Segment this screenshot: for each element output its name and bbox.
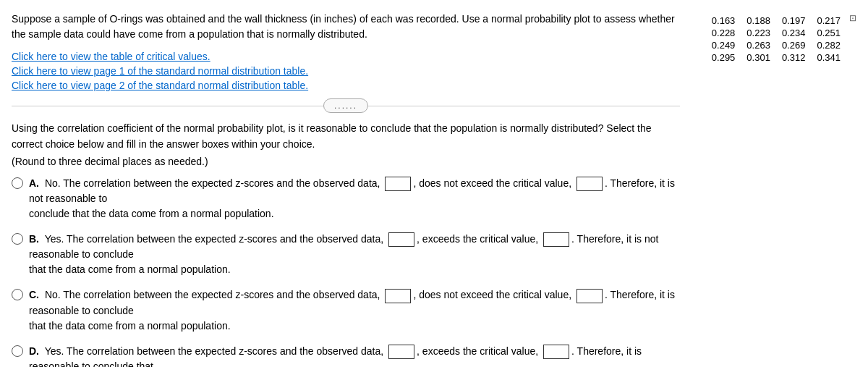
choice-a-text1: No. The correlation between the expected… [45,177,380,189]
choice-b-text1: Yes. The correlation between the expecte… [45,233,384,245]
choice-c-between: does not exceed the critical value, [419,289,571,300]
choice-row-a: A. No. The correlation between the expec… [12,176,680,222]
choice-b-input2[interactable] [543,232,569,247]
choice-c-input2[interactable] [576,289,603,303]
table-row: 0.2950.3010.3120.341 [706,51,846,64]
question-main-text: Using the correlation coefficient of the… [12,120,680,153]
table-cell: 0.188 [741,14,776,27]
choice-d-input2[interactable] [543,345,569,359]
choice-text-b: B. Yes. The correlation between the expe… [29,232,680,277]
choice-a-input1[interactable] [385,177,411,191]
table-row: 0.2280.2230.2340.251 [706,27,846,39]
choice-text-d: D. Yes. The correlation between the expe… [29,344,680,367]
table-row: 0.1630.1880.1970.217 [706,14,846,27]
main-layout: Suppose a sample of O-rings was obtained… [12,12,856,367]
choice-row-b: B. Yes. The correlation between the expe… [12,232,680,277]
link-normal-table-p2[interactable]: Click here to view page 2 of the standar… [12,80,680,91]
question-section: Using the correlation coefficient of the… [12,120,680,367]
table-cell: 0.301 [741,51,776,64]
table-cell: 0.269 [776,39,812,51]
choice-label-b: B. [29,233,39,245]
table-cell: 0.312 [776,51,812,64]
choice-c-conclude: that the data come from a normal populat… [29,320,231,332]
round-note: (Round to three decimal places as needed… [12,156,680,167]
right-panel: 0.1630.1880.1970.2170.2280.2230.2340.251… [697,12,856,367]
divider-left [12,106,323,106]
table-cell: 0.282 [811,39,846,51]
choice-row-c: C. No. The correlation between the expec… [12,287,680,333]
left-panel: Suppose a sample of O-rings was obtained… [12,12,680,367]
choice-label-a: A. [29,177,39,189]
radio-b[interactable] [12,233,23,245]
table-row: 0.2490.2630.2690.282 [706,39,846,51]
choice-d-between: exceeds the critical value, [422,345,538,357]
table-cell: 0.251 [811,27,846,39]
links-section: Click here to view the table of critical… [12,51,680,91]
table-cell: 0.163 [706,14,741,27]
divider-row: ...... [12,98,680,113]
divider-right [368,106,680,106]
link-normal-table-p1[interactable]: Click here to view page 1 of the standar… [12,65,680,77]
radio-d[interactable] [12,345,23,357]
expand-table-icon[interactable]: ⊡ [849,13,856,23]
choice-label-d: D. [29,345,39,357]
choice-a-conclude: conclude that the data come from a norma… [29,208,274,219]
choice-a-between: does not exceed the critical value, [419,177,571,189]
table-cell: 0.234 [776,27,812,39]
data-table: 0.1630.1880.1970.2170.2280.2230.2340.251… [706,14,846,64]
table-cell: 0.295 [706,51,741,64]
table-cell: 0.223 [741,27,776,39]
choice-b-between: exceeds the critical value, [422,233,538,245]
choice-c-text1: No. The correlation between the expected… [45,289,380,300]
choice-label-c: C. [29,289,39,300]
choice-b-conclude: that the data come from a normal populat… [29,263,231,275]
expand-button[interactable]: ...... [323,98,368,113]
link-critical-values[interactable]: Click here to view the table of critical… [12,51,680,62]
problem-text: Suppose a sample of O-rings was obtained… [12,12,680,42]
choice-a-input2[interactable] [576,177,603,191]
choice-text-c: C. No. The correlation between the expec… [29,287,680,333]
choices-container: A. No. The correlation between the expec… [12,176,680,367]
table-cell: 0.228 [706,27,741,39]
choice-row-d: D. Yes. The correlation between the expe… [12,344,680,367]
choice-text-a: A. No. The correlation between the expec… [29,176,680,222]
table-cell: 0.249 [706,39,741,51]
table-cell: 0.217 [811,14,846,27]
table-cell: 0.341 [811,51,846,64]
table-cell: 0.263 [741,39,776,51]
choice-d-text1: Yes. The correlation between the expecte… [45,345,384,357]
table-cell: 0.197 [776,14,812,27]
choice-b-input1[interactable] [388,232,414,247]
choice-c-input1[interactable] [385,289,411,303]
choice-d-input1[interactable] [388,345,414,359]
radio-c[interactable] [12,289,23,300]
radio-a[interactable] [12,177,23,189]
